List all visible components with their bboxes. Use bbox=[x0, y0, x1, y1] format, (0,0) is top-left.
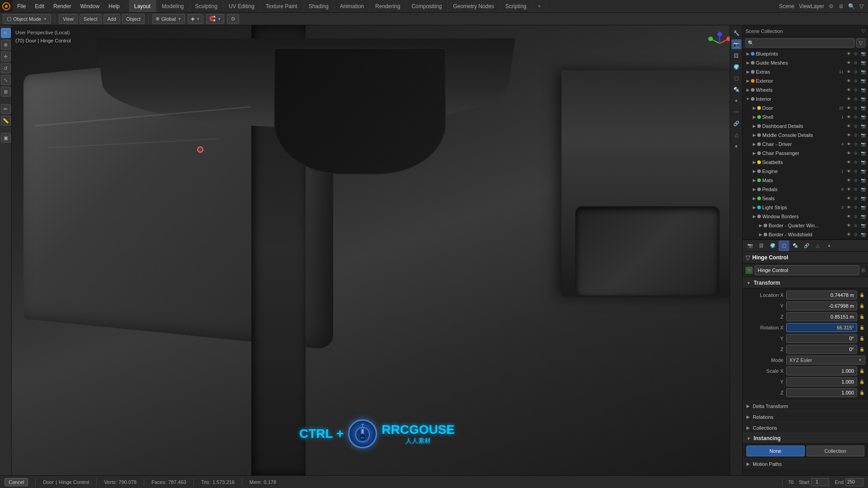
outliner-item-pedals[interactable]: ▶ Pedals 6 👁 ⊙ 📷 bbox=[743, 185, 868, 194]
render-btn[interactable]: 📷 bbox=[860, 69, 866, 75]
add-primitive-btn[interactable]: ▣ bbox=[1, 133, 11, 143]
motion-paths-section[interactable]: ▶ Motion Paths bbox=[743, 458, 868, 469]
selectable-btn[interactable]: ⊙ bbox=[853, 60, 859, 66]
selectable-btn[interactable]: ⊙ bbox=[853, 177, 859, 183]
expand-arrow[interactable]: ▶ bbox=[751, 124, 757, 128]
visibility-btn[interactable]: 👁 bbox=[845, 231, 852, 238]
constraints-props-btn[interactable]: 🔗 bbox=[731, 118, 741, 128]
transform-tool-btn[interactable]: ⊞ bbox=[1, 87, 11, 97]
selectable-btn[interactable]: ⊙ bbox=[853, 114, 859, 120]
tab-geometry-nodes[interactable]: Geometry Nodes bbox=[448, 0, 500, 12]
outliner-item-mats[interactable]: ▶ Mats 👁 ⊙ 📷 bbox=[743, 176, 868, 185]
instancing-collection-btn[interactable]: Collection bbox=[807, 446, 865, 456]
start-frame-input[interactable] bbox=[811, 478, 829, 486]
select-tool-btn[interactable]: ↖ bbox=[1, 28, 11, 38]
props-tab-view-layer[interactable]: 🖼 bbox=[756, 240, 767, 251]
outliner-item-chair-driver[interactable]: ▶ Chair - Driver 4 👁 ⊙ 📷 bbox=[743, 140, 868, 149]
selectable-btn[interactable]: ⊙ bbox=[853, 51, 859, 57]
outliner-item-engine[interactable]: ▶ Engine 1 👁 ⊙ 📷 bbox=[743, 167, 868, 176]
render-btn[interactable]: 📷 bbox=[860, 168, 866, 174]
object-menu-btn[interactable]: Object bbox=[122, 14, 145, 24]
view-layer-selector[interactable]: ViewLayer bbox=[799, 3, 824, 9]
object-data-props-btn[interactable]: △ bbox=[731, 130, 741, 140]
particles-props-btn[interactable]: ✦ bbox=[731, 96, 741, 106]
add-menu-btn[interactable]: Add bbox=[104, 14, 121, 24]
expand-arrow[interactable]: ▶ bbox=[745, 79, 751, 83]
tab-modeling[interactable]: Modeling bbox=[156, 0, 190, 12]
scene-selector[interactable]: Scene bbox=[779, 3, 794, 9]
render-btn[interactable]: 📷 bbox=[860, 105, 866, 111]
outliner-item-interior[interactable]: ▼ Interior 👁 ⊙ 📷 bbox=[743, 94, 868, 103]
tab-animation[interactable]: Animation bbox=[335, 0, 370, 12]
render-btn[interactable]: 📷 bbox=[860, 195, 866, 202]
relations-section[interactable]: ▶ Relations bbox=[743, 411, 868, 422]
tool-props-btn[interactable]: 🔧 bbox=[731, 28, 741, 38]
outliner-item-window-borders[interactable]: ▶ Window Borders 👁 ⊙ 📷 bbox=[743, 212, 868, 221]
visibility-btn[interactable]: 👁 bbox=[845, 177, 852, 183]
selectable-btn[interactable]: ⊙ bbox=[853, 150, 859, 156]
modifiers-props-btn[interactable]: 🔩 bbox=[731, 84, 741, 94]
outliner-search-input[interactable] bbox=[745, 38, 854, 47]
expand-arrow[interactable]: ▶ bbox=[751, 196, 757, 201]
expand-arrow[interactable]: ▶ bbox=[745, 88, 751, 92]
tab-layout[interactable]: Layout bbox=[129, 0, 156, 12]
location-z-lock[interactable]: 🔓 bbox=[858, 312, 865, 321]
expand-arrow[interactable]: ▶ bbox=[745, 52, 751, 56]
render-btn[interactable]: 📷 bbox=[860, 132, 866, 138]
menu-window[interactable]: Window bbox=[75, 0, 104, 12]
visibility-btn[interactable]: 👁 bbox=[845, 222, 852, 229]
outliner-item-middle-console[interactable]: ▶ Middle Console Details 👁 ⊙ 📷 bbox=[743, 131, 868, 140]
scale-y-input[interactable] bbox=[786, 377, 857, 386]
selectable-btn[interactable]: ⊙ bbox=[853, 87, 859, 93]
selectable-btn[interactable]: ⊙ bbox=[853, 123, 859, 129]
proportional-edit-btn[interactable]: ⊙ bbox=[227, 14, 239, 24]
visibility-btn[interactable]: 👁 bbox=[845, 69, 852, 75]
visibility-btn[interactable]: 👁 bbox=[845, 60, 852, 66]
rotation-x-input[interactable] bbox=[786, 323, 857, 332]
cancel-button[interactable]: Cancel bbox=[5, 478, 28, 486]
scale-z-lock[interactable]: 🔓 bbox=[858, 388, 865, 397]
tab-compositing[interactable]: Compositing bbox=[406, 0, 448, 12]
filter-icon[interactable]: ▽ bbox=[859, 3, 863, 9]
visibility-btn[interactable]: 👁 bbox=[845, 195, 852, 202]
outliner-filter-btn[interactable]: ▽ bbox=[856, 38, 865, 47]
visibility-btn[interactable]: 👁 bbox=[845, 186, 852, 192]
outliner-item-door[interactable]: ▶ Door 22 👁 ⊙ 📷 bbox=[743, 103, 868, 113]
render-btn[interactable]: 📷 bbox=[860, 123, 866, 129]
selectable-btn[interactable]: ⊙ bbox=[853, 231, 859, 238]
visibility-btn[interactable]: 👁 bbox=[845, 168, 852, 174]
instancing-section-header[interactable]: ▼ Instancing bbox=[743, 433, 868, 444]
delta-transform-section[interactable]: ▶ Delta Transform bbox=[743, 400, 868, 411]
visibility-btn[interactable]: 👁 bbox=[845, 141, 852, 147]
world-props-btn[interactable]: 🌍 bbox=[731, 62, 741, 72]
render-btn[interactable]: 📷 bbox=[860, 51, 866, 57]
object-props-btn[interactable]: ▢ bbox=[731, 73, 741, 83]
render-btn[interactable]: 📷 bbox=[860, 141, 866, 147]
outliner-item-border-quarter[interactable]: ▶ Border - Quarter Win... 👁 ⊙ 📷 bbox=[743, 221, 868, 230]
expand-arrow[interactable]: ▶ bbox=[751, 160, 757, 164]
search-icon[interactable]: 🔍 bbox=[848, 3, 855, 9]
visibility-btn[interactable]: 👁 bbox=[845, 159, 852, 165]
outliner-item-seals[interactable]: ▶ Seals 👁 ⊙ 📷 bbox=[743, 194, 868, 203]
render-btn[interactable]: 📷 bbox=[860, 150, 866, 156]
tab-scripting[interactable]: Scripting bbox=[500, 0, 533, 12]
visibility-btn[interactable]: 👁 bbox=[845, 96, 852, 102]
scene-props-btn[interactable]: 📷 bbox=[731, 39, 741, 49]
props-tab-world[interactable]: 🌍 bbox=[767, 240, 778, 251]
instancing-none-btn[interactable]: None bbox=[746, 446, 805, 456]
outliner-item-dashboard[interactable]: ▶ Dashboard Details 👁 ⊙ 📷 bbox=[743, 122, 868, 131]
select-menu-btn[interactable]: Select bbox=[80, 14, 102, 24]
selectable-btn[interactable]: ⊙ bbox=[853, 213, 859, 220]
render-btn[interactable]: 📷 bbox=[860, 231, 866, 238]
expand-arrow[interactable]: ▶ bbox=[751, 115, 757, 119]
transform-space-dropdown[interactable]: ⊕ Global ▼ bbox=[152, 14, 185, 24]
visibility-btn[interactable]: 👁 bbox=[845, 132, 852, 138]
selectable-btn[interactable]: ⊙ bbox=[853, 132, 859, 138]
outliner-item-seatbelts[interactable]: ▶ Seatbelts 👁 ⊙ 📷 bbox=[743, 158, 868, 167]
measure-tool-btn[interactable]: 📏 bbox=[1, 116, 11, 126]
render-btn[interactable]: 📷 bbox=[860, 204, 866, 211]
selectable-btn[interactable]: ⊙ bbox=[853, 159, 859, 165]
location-x-lock[interactable]: 🔓 bbox=[858, 291, 865, 300]
menu-render[interactable]: Render bbox=[49, 0, 75, 12]
render-btn[interactable]: 📷 bbox=[860, 87, 866, 93]
